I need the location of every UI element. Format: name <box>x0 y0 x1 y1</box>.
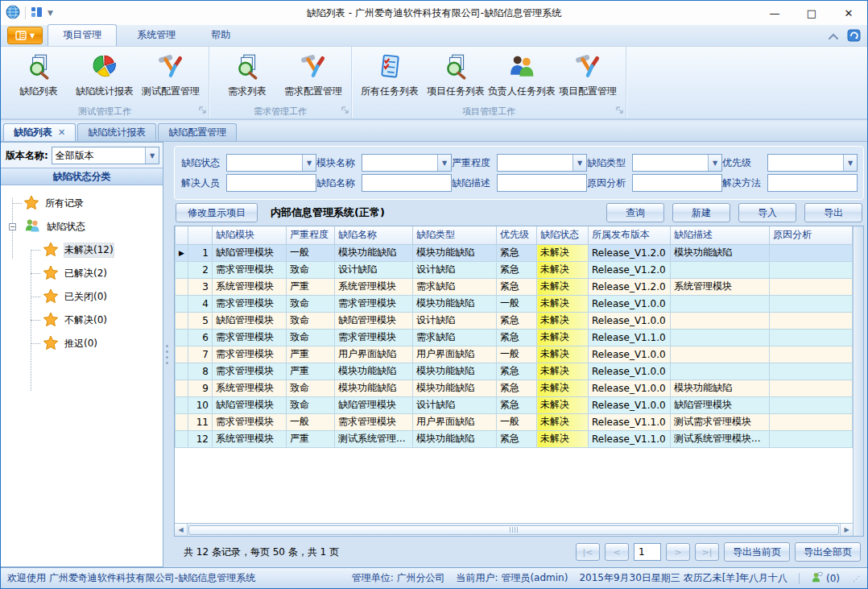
scroll-left-icon[interactable]: ◀ <box>175 524 188 536</box>
defect-report-button[interactable]: 缺陷统计报表 <box>72 50 138 98</box>
tree-item-postponed[interactable]: 推迟(0) <box>1 332 163 355</box>
table-row[interactable]: 11需求管理模块一般需求管理模块用户界面缺陷一般未解决Release_V1.1.… <box>176 413 854 430</box>
export-button[interactable]: 导出 <box>804 203 862 222</box>
column-header[interactable]: 原因分析 <box>770 226 853 244</box>
chevron-down-icon[interactable]: ▼ <box>302 155 316 171</box>
doc-tab-defect-config[interactable]: 缺陷配置管理 <box>158 123 237 141</box>
column-header[interactable]: 优先级 <box>497 226 537 244</box>
export-current-page-button[interactable]: 导出当前页 <box>724 542 790 562</box>
vertical-scrollbar[interactable] <box>853 226 863 536</box>
dialog-launcher-icon[interactable] <box>199 106 206 116</box>
minimize-button[interactable]: — <box>756 1 793 25</box>
all-tasks-button[interactable]: 所有任务列表 <box>357 50 423 98</box>
filter-input[interactable] <box>226 174 316 192</box>
column-header[interactable]: 缺陷类型 <box>413 226 497 244</box>
scroll-right-icon[interactable]: ▶ <box>840 524 853 536</box>
application-menu-button[interactable]: ▼ <box>7 27 43 44</box>
tree-item-resolved[interactable]: 已解决(2) <box>1 262 163 285</box>
new-button[interactable]: 新建 <box>672 203 730 222</box>
tree-item-closed[interactable]: 已关闭(0) <box>1 285 163 309</box>
filter-input[interactable] <box>362 174 452 192</box>
chevron-down-icon[interactable]: ▼ <box>572 155 586 171</box>
table-cell-status: 未解决 <box>537 363 589 380</box>
column-header[interactable]: 严重程度 <box>287 226 335 244</box>
dialog-launcher-icon[interactable] <box>341 106 349 116</box>
modify-columns-button[interactable]: 修改显示项目 <box>176 203 258 222</box>
doc-tab-defect-list[interactable]: 缺陷列表 ✕ <box>3 123 76 141</box>
maximize-button[interactable]: □ <box>793 1 830 25</box>
defect-list-button[interactable]: 缺陷列表 <box>6 50 72 98</box>
first-page-button[interactable]: |< <box>576 543 600 561</box>
column-header[interactable]: 缺陷状态 <box>537 226 589 244</box>
table-row[interactable]: 12系统管理模块严重测试系统管理...模块功能缺陷紧急未解决Release_V1… <box>176 430 854 447</box>
table-row[interactable]: ▶1缺陷管理模块一般模块功能缺陷模块功能缺陷紧急未解决Release_V1.2.… <box>176 244 854 261</box>
test-config-button[interactable]: 测试配置管理 <box>138 50 204 98</box>
ribbon-tab-help[interactable]: 帮助 <box>196 24 246 46</box>
table-cell-cause <box>770 244 853 261</box>
filter-select[interactable]: ▼ <box>497 154 587 172</box>
export-all-pages-button[interactable]: 导出全部页 <box>795 542 861 562</box>
doc-tab-defect-report[interactable]: 缺陷统计报表 <box>77 123 156 141</box>
horizontal-scrollbar[interactable]: ◀ ▶ <box>175 523 853 536</box>
query-button[interactable]: 查询 <box>606 203 664 222</box>
filter-select[interactable]: ▼ <box>362 154 452 172</box>
filter-input[interactable] <box>632 174 722 192</box>
table-row[interactable]: 4需求管理模块致命需求管理模块模块功能缺陷一般未解决Release_V1.0.0 <box>176 295 854 312</box>
table-cell-release: Release_V1.0.0 <box>589 312 671 329</box>
close-button[interactable]: ✕ <box>830 1 867 25</box>
filter-select[interactable]: ▼ <box>226 154 316 172</box>
table-row[interactable]: 6需求管理模块致命需求管理模块需求缺陷紧急未解决Release_V1.1.0 <box>176 329 854 346</box>
table-row[interactable]: 9系统管理模块致命模块功能缺陷模块功能缺陷紧急未解决Release_V1.0.0… <box>176 380 854 396</box>
version-combobox[interactable]: 全部版本 ▼ <box>52 147 159 164</box>
chevron-down-icon[interactable]: ▼ <box>708 155 721 171</box>
last-page-button[interactable]: >| <box>695 543 719 561</box>
panel-splitter[interactable] <box>163 142 171 567</box>
table-row[interactable]: 5缺陷管理模块致命缺陷管理模块设计缺陷紧急未解决Release_V1.0.0 <box>176 312 854 329</box>
table-cell-solution <box>853 396 854 413</box>
tab-close-icon[interactable]: ✕ <box>58 127 65 138</box>
ribbon-collapse-icon[interactable] <box>828 31 839 43</box>
page-number-input[interactable] <box>634 543 661 561</box>
tree-item-defect-status[interactable]: − 缺陷状态 <box>1 215 163 239</box>
project-config-button[interactable]: 项目配置管理 <box>555 50 621 98</box>
chevron-down-icon[interactable]: ▼ <box>843 155 857 171</box>
table-row[interactable]: 7需求管理模块严重用户界面缺陷用户界面缺陷一般未解决Release_V1.0.0 <box>176 346 854 363</box>
column-header[interactable]: 缺陷模块 <box>213 226 287 244</box>
project-tasks-button[interactable]: 项目任务列表 <box>423 50 489 98</box>
ribbon-tab-system[interactable]: 系统管理 <box>122 24 191 46</box>
tree-collapse-icon[interactable]: − <box>9 223 16 230</box>
resize-grip[interactable]: ⋰ <box>853 574 861 583</box>
chevron-down-icon[interactable]: ▼ <box>145 147 159 164</box>
tree-item-wont-fix[interactable]: 不解决(0) <box>1 309 163 332</box>
filter-select[interactable]: ▼ <box>632 154 722 172</box>
filter-input[interactable] <box>767 174 858 192</box>
column-header[interactable]: 解决方法 <box>853 226 854 244</box>
import-button[interactable]: 导入 <box>738 203 796 222</box>
quick-access-layout-icon[interactable] <box>31 6 43 20</box>
tree-item-all-records[interactable]: 所有记录 <box>1 192 163 215</box>
table-cell-status: 未解决 <box>537 346 589 363</box>
column-header[interactable]: 缺陷描述 <box>671 226 770 244</box>
filter-select[interactable]: ▼ <box>767 154 858 172</box>
prev-page-button[interactable]: < <box>605 543 629 561</box>
table-cell-priority: 一般 <box>497 346 537 363</box>
scrollbar-thumb[interactable] <box>188 525 839 535</box>
table-row[interactable]: 2需求管理模块致命设计缺陷设计缺陷紧急未解决Release_V1.2.0 <box>176 261 854 278</box>
about-help-icon[interactable] <box>847 29 861 44</box>
chevron-down-icon[interactable]: ▼ <box>437 155 451 171</box>
messenger-person-icon[interactable] <box>811 571 823 586</box>
table-row[interactable]: 8需求管理模块严重模块功能缺陷模块功能缺陷紧急未解决Release_V1.0.0 <box>176 363 854 380</box>
column-header[interactable]: 缺陷名称 <box>335 226 413 244</box>
next-page-button[interactable]: > <box>666 543 690 561</box>
owner-tasks-button[interactable]: 负责人任务列表 <box>489 50 555 98</box>
ribbon-tab-project[interactable]: 项目管理 <box>48 24 117 46</box>
column-header[interactable]: 所属发布版本 <box>589 226 671 244</box>
requirement-config-button[interactable]: 需求配置管理 <box>280 50 346 98</box>
dialog-launcher-icon[interactable] <box>616 106 623 116</box>
quick-access-caret-icon[interactable]: ▼ <box>48 9 53 17</box>
filter-input[interactable] <box>497 174 587 192</box>
requirement-list-button[interactable]: 需求列表 <box>214 50 280 98</box>
table-row[interactable]: 10缺陷管理模块致命缺陷管理模块设计缺陷紧急未解决Release_V1.0.0缺… <box>176 396 854 413</box>
tree-item-unresolved[interactable]: 未解决(12) <box>1 239 163 262</box>
table-row[interactable]: 3系统管理模块严重系统管理模块需求缺陷紧急未解决Release_V1.2.0系统… <box>176 278 854 295</box>
